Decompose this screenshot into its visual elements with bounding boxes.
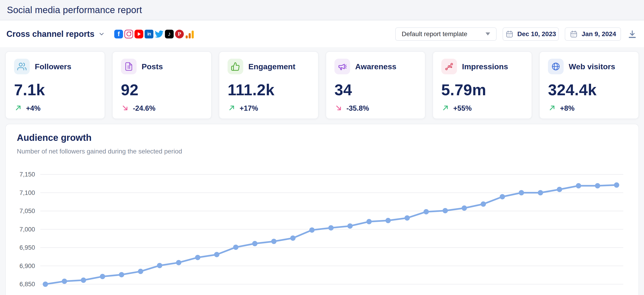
twitter-icon (155, 30, 164, 38)
kpi-value: 5.79m (441, 81, 524, 99)
trend-up-icon (228, 104, 236, 113)
kpi-card-impressions: Impressions 5.79m +55% (432, 51, 532, 119)
kpi-label: Followers (35, 62, 72, 71)
download-icon (627, 29, 637, 39)
connected-channel-icons: f in ♪ P (114, 30, 194, 38)
calendar-icon (505, 30, 514, 38)
kpi-label: Impressions (462, 62, 508, 71)
kpi-row: Followers 7.1k +4% Posts 92 -24.6% (5, 51, 639, 119)
dashboard-page: Social media performance report Cross ch… (0, 0, 644, 295)
kpi-card-posts: Posts 92 -24.6% (112, 51, 212, 119)
report-section-switcher[interactable]: Cross channel reports (6, 29, 105, 39)
audience-growth-card: Audience growth Number of net followers … (5, 124, 639, 295)
download-report-button[interactable] (627, 29, 638, 39)
trend-up-icon (548, 104, 556, 113)
instagram-icon (124, 30, 133, 38)
y-tick-label: 6,950 (12, 244, 35, 251)
kpi-card-awareness: Awareness 34 -35.8% (326, 51, 426, 119)
kpi-value: 111.2k (228, 81, 310, 99)
caret-down-icon (486, 32, 490, 35)
end-date-input[interactable]: Jan 9, 2024 (565, 27, 621, 41)
network-nodes-icon (441, 59, 457, 74)
trend-down-icon (121, 104, 129, 113)
chart-title: Audience growth (17, 133, 92, 143)
y-tick-label: 7,000 (12, 226, 35, 233)
calendar-icon (570, 30, 578, 38)
report-template-value: Default report template (402, 30, 467, 38)
y-tick-label: 7,050 (12, 207, 35, 215)
y-tick-label: 6,900 (12, 262, 35, 270)
y-tick-label: 7,100 (12, 189, 35, 197)
kpi-card-followers: Followers 7.1k +4% (5, 51, 105, 119)
kpi-delta: +8% (560, 104, 574, 112)
kpi-label: Awareness (355, 62, 396, 71)
toolbar: Cross channel reports f in ♪ P Default r… (0, 21, 644, 47)
y-tick-label: 6,850 (12, 281, 35, 288)
linkedin-icon: in (145, 30, 154, 38)
chart-subtitle: Number of net followers gained during th… (17, 148, 182, 155)
end-date-value: Jan 9, 2024 (582, 30, 616, 38)
kpi-delta: +55% (453, 104, 472, 112)
tiktok-icon: ♪ (165, 30, 174, 38)
kpi-value: 7.1k (14, 81, 96, 99)
y-tick-label: 7,150 (12, 171, 35, 178)
app-header: Social media performance report (0, 0, 644, 20)
globe-icon (548, 59, 564, 74)
megaphone-icon (334, 59, 350, 74)
google-analytics-icon (185, 30, 194, 38)
users-icon (14, 59, 30, 74)
start-date-value: Dec 10, 2023 (517, 30, 556, 38)
pinterest-icon: P (175, 30, 184, 38)
facebook-icon: f (114, 30, 123, 38)
report-template-select[interactable]: Default report template (395, 27, 496, 41)
trend-down-icon (334, 104, 343, 113)
kpi-label: Engagement (248, 62, 295, 71)
kpi-value: 324.4k (548, 81, 630, 99)
toolbar-controls: Default report template Dec 10, 2023 (395, 27, 638, 41)
kpi-value: 92 (121, 81, 203, 99)
kpi-delta: -24.6% (133, 104, 156, 112)
trend-up-icon (441, 104, 450, 113)
kpi-card-web-visitors: Web visitors 324.4k +8% (539, 51, 639, 119)
kpi-delta: +4% (26, 104, 40, 112)
start-date-input[interactable]: Dec 10, 2023 (502, 27, 559, 41)
page-title: Social media performance report (7, 5, 142, 15)
report-section-title: Cross channel reports (6, 29, 94, 39)
thumbs-up-icon (228, 59, 243, 74)
kpi-label: Web visitors (569, 62, 615, 71)
kpi-card-engagement: Engagement 111.2k +17% (219, 51, 318, 119)
kpi-label: Posts (142, 62, 163, 71)
kpi-delta: -35.8% (346, 104, 369, 112)
kpi-value: 34 (334, 81, 417, 99)
chevron-down-icon (98, 31, 105, 37)
trend-up-icon (14, 104, 22, 113)
post-document-icon (121, 59, 136, 74)
kpi-delta: +17% (240, 104, 258, 112)
youtube-icon (134, 30, 143, 38)
